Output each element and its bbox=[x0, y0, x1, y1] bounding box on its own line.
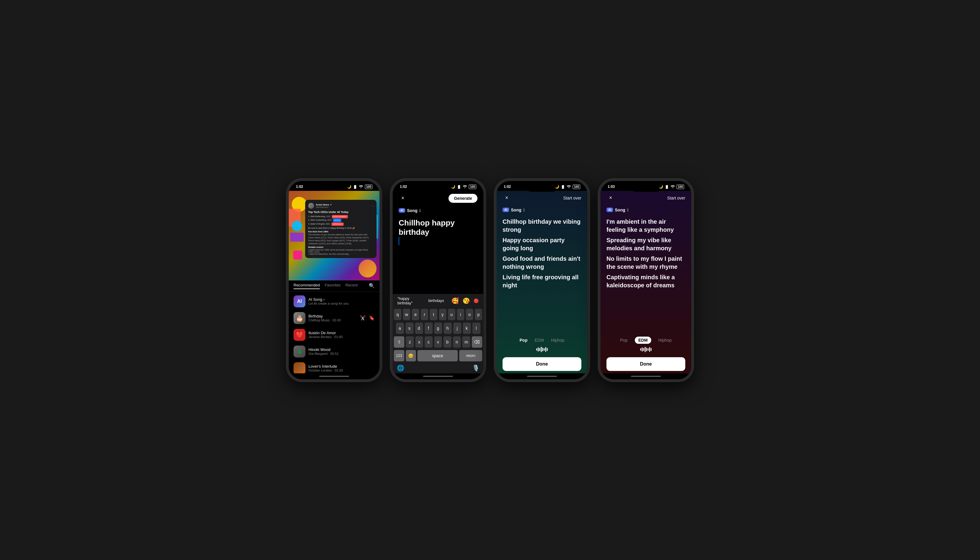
search-icon-feed[interactable]: 🔍 bbox=[369, 283, 375, 289]
done-button-3[interactable]: Done bbox=[502, 357, 581, 371]
info-icon-4[interactable]: ℹ bbox=[627, 208, 629, 212]
key-space[interactable]: space bbox=[418, 350, 458, 362]
phone-1: 1:02 🌙 ▐▌ 100 bbox=[286, 178, 382, 382]
list-item-birthday[interactable]: Birthday Chillhop Music · 02:43 ✂️ 🔖 bbox=[289, 310, 379, 327]
genre-edm-3[interactable]: EDM bbox=[534, 338, 544, 343]
scissors-icon[interactable]: ✂️ bbox=[360, 315, 366, 321]
suggestion-2[interactable]: birthdays bbox=[424, 298, 448, 303]
hinoki-icon: 🌲 bbox=[293, 345, 306, 358]
wifi-icon-2 bbox=[463, 185, 467, 189]
decor-circle-2 bbox=[292, 221, 302, 231]
key-t[interactable]: t bbox=[430, 309, 437, 320]
key-n[interactable]: n bbox=[453, 336, 461, 348]
key-a[interactable]: a bbox=[396, 323, 404, 334]
amor-sub: Jensine Benitez · 01:00 bbox=[308, 335, 375, 339]
list-item-lover[interactable]: 🎵 Lover's Interlude October London · 01:… bbox=[289, 360, 379, 373]
status-icons-4: 🌙 ▐▌ 100 bbox=[659, 185, 684, 189]
list-item-hinoki[interactable]: 🌲 Hinoki Wood Gia Margaret · 00:51 bbox=[289, 343, 379, 360]
moon-icon-3: 🌙 bbox=[555, 185, 559, 189]
key-g[interactable]: g bbox=[434, 323, 442, 334]
key-j[interactable]: j bbox=[453, 323, 461, 334]
modal-header-4: × Start over bbox=[601, 191, 691, 205]
key-y[interactable]: y bbox=[439, 309, 446, 320]
info-icon-2[interactable]: ℹ bbox=[419, 208, 421, 213]
key-l[interactable]: l bbox=[473, 323, 481, 334]
lover-icon: 🎵 bbox=[293, 362, 306, 373]
key-u[interactable]: u bbox=[448, 309, 455, 320]
key-x[interactable]: x bbox=[415, 336, 423, 348]
tab-recommended[interactable]: Recommended bbox=[293, 283, 320, 289]
wave-bar-6-4 bbox=[648, 348, 649, 351]
key-123[interactable]: 123 bbox=[394, 350, 404, 362]
lyric-3-3: Good food and friends ain't nothing wron… bbox=[502, 255, 581, 271]
ai-song-icon: AI bbox=[293, 295, 306, 307]
home-bar-1 bbox=[319, 376, 349, 377]
wave-bar-8-4 bbox=[651, 348, 652, 351]
wave-bar-8 bbox=[547, 348, 547, 351]
list-item-amor[interactable]: ❤️ Ilusión De Amor Jensine Benitez · 01:… bbox=[289, 327, 379, 343]
hinoki-text: Hinoki Wood Gia Margaret · 00:51 bbox=[308, 347, 375, 355]
close-button-3[interactable]: × bbox=[502, 194, 511, 202]
close-button-4[interactable]: × bbox=[606, 194, 615, 202]
globe-icon[interactable]: 🌐 bbox=[395, 364, 406, 372]
info-icon-3[interactable]: ℹ bbox=[523, 208, 525, 212]
key-o[interactable]: o bbox=[466, 309, 473, 320]
time-3: 1:02 bbox=[504, 185, 511, 189]
tab-recent[interactable]: Recent bbox=[346, 283, 358, 289]
done-button-4[interactable]: Done bbox=[606, 357, 685, 371]
bookmark-icon[interactable]: 🔖 bbox=[369, 315, 375, 321]
start-over-button-3[interactable]: Start over bbox=[563, 196, 581, 200]
key-shift[interactable]: ⇧ bbox=[394, 336, 404, 348]
waveform-container-4 bbox=[601, 347, 691, 352]
key-r[interactable]: r bbox=[421, 309, 428, 320]
key-f[interactable]: f bbox=[424, 323, 433, 334]
key-backspace[interactable]: ⌫ bbox=[472, 336, 482, 348]
moon-icon-1: 🌙 bbox=[347, 185, 351, 189]
key-k[interactable]: k bbox=[463, 323, 471, 334]
key-s[interactable]: s bbox=[406, 323, 414, 334]
generate-button[interactable]: Generate bbox=[449, 194, 478, 203]
close-button-2[interactable]: × bbox=[399, 194, 407, 202]
key-q[interactable]: q bbox=[394, 309, 401, 320]
suggestion-5[interactable]: 🔴 bbox=[474, 298, 479, 303]
ai-song-text: AI Song › Let AI create a song for you bbox=[308, 297, 375, 305]
mic-icon[interactable]: 🎙️ bbox=[470, 364, 481, 372]
list-item-ai-song[interactable]: AI AI Song › Let AI create a song for yo… bbox=[289, 293, 379, 310]
genre-pop-4[interactable]: Pop bbox=[620, 338, 628, 343]
key-i[interactable]: i bbox=[457, 309, 464, 320]
key-w[interactable]: w bbox=[403, 309, 410, 320]
suggestion-3[interactable]: 🥰 bbox=[451, 297, 459, 304]
wave-bar-5-4 bbox=[646, 348, 647, 351]
key-m[interactable]: m bbox=[462, 336, 470, 348]
genre-hiphop-4[interactable]: Hiphop bbox=[659, 338, 672, 343]
notch-1 bbox=[319, 183, 349, 192]
feed-card: Kristi Hines ✓ @kristiahines ··· Top Tec… bbox=[305, 200, 376, 258]
home-indicator-2 bbox=[393, 373, 483, 379]
feed-card-list: 1. Matt Mullenweg, 1/11 #PHOTOSMART 2. M… bbox=[308, 215, 374, 226]
genre-edm-4[interactable]: EDM bbox=[635, 337, 651, 344]
start-over-button-4[interactable]: Start over bbox=[667, 196, 685, 200]
birthday-icon bbox=[293, 312, 306, 324]
key-return[interactable]: return bbox=[459, 350, 482, 362]
notch-2 bbox=[423, 183, 453, 192]
suggestion-1[interactable]: "happy birthday" bbox=[398, 296, 421, 305]
decor-rect-3 bbox=[293, 251, 302, 260]
key-p[interactable]: p bbox=[475, 309, 482, 320]
modal-header-2: × Generate bbox=[393, 191, 483, 206]
cursor bbox=[399, 237, 399, 245]
key-emoji[interactable]: 😊 bbox=[406, 350, 416, 362]
genre-hiphop-3[interactable]: Hiphop bbox=[551, 338, 564, 343]
key-d[interactable]: d bbox=[415, 323, 423, 334]
key-h[interactable]: h bbox=[444, 323, 452, 334]
key-e[interactable]: e bbox=[412, 309, 419, 320]
key-v[interactable]: v bbox=[434, 336, 442, 348]
tab-favorites[interactable]: Favorites bbox=[324, 283, 340, 289]
battery-icon-2: 100 bbox=[469, 185, 476, 189]
wave-bar-1-4 bbox=[640, 348, 641, 351]
key-c[interactable]: c bbox=[424, 336, 433, 348]
key-b[interactable]: b bbox=[443, 336, 451, 348]
key-z[interactable]: z bbox=[406, 336, 414, 348]
suggestion-4[interactable]: 😘 bbox=[463, 297, 470, 304]
decor-rect-2 bbox=[290, 233, 304, 242]
genre-pop-3[interactable]: Pop bbox=[519, 338, 527, 343]
